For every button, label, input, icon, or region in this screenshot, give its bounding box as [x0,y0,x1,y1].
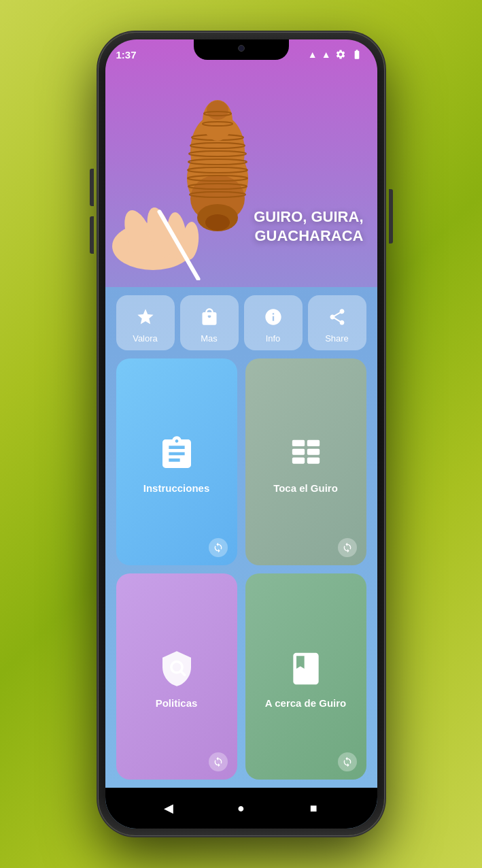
toca-label: Toca el Guiro [273,482,338,494]
wifi-icon: ▲ [308,49,317,60]
header-area: GUIRO, GUIRA, GUACHARACA [105,69,377,287]
svg-point-22 [205,214,230,231]
guiro-illustration [105,90,275,280]
instrucciones-card[interactable]: Instrucciones [116,358,237,565]
svg-marker-23 [207,314,211,315]
quick-actions-row: Valora Mas Info [116,295,366,350]
instrucciones-label: Instrucciones [143,482,210,494]
politicas-arrow [209,752,228,771]
signal-icon: ▲ [322,49,331,60]
svg-rect-32 [296,673,315,676]
svg-rect-24 [292,440,304,446]
politicas-card[interactable]: Politicas [116,573,237,780]
main-content: Valora Mas Info [105,287,377,788]
valora-button[interactable]: Valora [116,295,175,350]
share-label: Share [325,333,349,344]
svg-point-18 [207,101,228,120]
acerca-label: A cerca de Guiro [265,697,347,709]
valora-label: Valora [133,333,158,344]
main-grid: Instrucciones [116,358,366,780]
svg-rect-26 [292,449,304,455]
instrucciones-arrow [209,538,228,557]
star-icon [133,305,158,329]
svg-rect-29 [307,458,319,464]
info-icon [261,305,286,329]
info-button[interactable]: Info [244,295,303,350]
back-button[interactable]: ◀ [156,796,181,820]
phone-screen: 1:37 ▲ ▲ [105,39,377,829]
info-label: Info [266,333,281,344]
volume-up-button[interactable] [90,169,94,206]
grid-icon [286,433,326,474]
toca-card[interactable]: Toca el Guiro [245,358,366,565]
power-button[interactable] [389,189,393,244]
camera-icon [238,45,245,52]
phone-frame: 1:37 ▲ ▲ [99,33,384,835]
acerca-arrow [338,752,357,771]
book-icon [286,648,326,689]
svg-rect-33 [296,678,315,680]
app-title: GUIRO, GUIRA, GUACHARACA [254,207,363,246]
svg-rect-25 [307,440,319,446]
mas-label: Mas [201,333,218,344]
status-time: 1:37 [116,49,137,61]
share-button[interactable]: Share [308,295,366,350]
status-icons: ▲ ▲ [308,49,364,60]
politicas-label: Politicas [156,697,198,709]
acerca-card[interactable]: A cerca de Guiro [245,573,366,780]
bag-icon [197,305,222,329]
shield-search-icon [156,648,197,689]
toca-arrow [338,538,357,557]
svg-rect-27 [307,449,319,455]
mas-button[interactable]: Mas [180,295,239,350]
app-screen: 1:37 ▲ ▲ [105,39,377,829]
volume-down-button[interactable] [90,216,94,254]
notch [194,39,289,60]
recent-button[interactable]: ■ [301,796,326,820]
share-icon [325,305,349,329]
bottom-nav-bar: ◀ ● ■ [105,788,377,829]
battery-icon [350,49,364,60]
clipboard-icon [156,433,197,474]
home-button[interactable]: ● [228,796,253,820]
svg-rect-28 [292,458,304,464]
settings-icon [335,49,346,60]
